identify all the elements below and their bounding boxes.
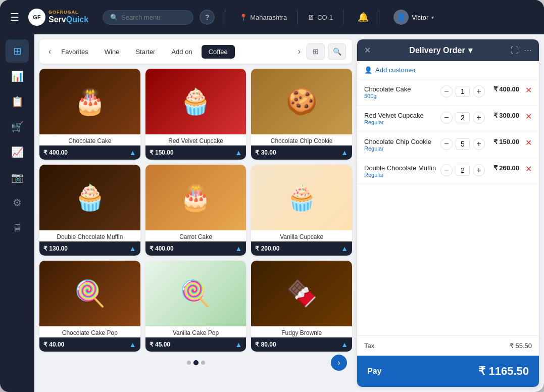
product-name-choc-pop: Chocolate Cake Pop xyxy=(39,326,140,337)
order-header-actions: ⛶ ⋯ xyxy=(511,45,532,55)
product-add-choc-pop[interactable]: ▲ xyxy=(129,340,136,349)
product-footer-vanilla-cup: ₹ 200.00 ▲ xyxy=(251,241,352,256)
search-input[interactable] xyxy=(121,14,186,21)
product-add-double-choc[interactable]: ▲ xyxy=(129,244,136,253)
product-card-carrot[interactable]: 🎂 Carrot Cake ₹ 400.00 ▲ xyxy=(145,165,246,256)
product-card-choc-pop[interactable]: 🍭 Chocolate Cake Pop ₹ 40.00 ▲ xyxy=(39,261,140,352)
sidebar-item-barcode[interactable]: 📷 xyxy=(6,166,29,189)
order-tax-row: Tax ₹ 55.50 xyxy=(357,335,539,356)
product-name-red-velvet: Red Velvet Cupcake xyxy=(145,134,246,145)
divider-2 xyxy=(297,10,298,25)
product-image-chocolate-cake: 🎂 xyxy=(39,69,140,134)
order-item-3: Chocolate Chip Cookie Regular − + ₹ 150.… xyxy=(357,132,539,158)
product-image-carrot: 🎂 xyxy=(145,165,246,230)
order-item-variant-4: Regular xyxy=(364,172,436,178)
sidebar-item-reports[interactable]: 📊 xyxy=(6,65,29,88)
product-add-carrot[interactable]: ▲ xyxy=(235,244,242,253)
category-tab-favorites[interactable]: Favorites xyxy=(54,45,95,59)
order-item-remove-1[interactable]: ✕ xyxy=(525,85,532,95)
qty-ctrl-2: − + xyxy=(440,112,485,124)
content-area: ‹ Favorites Wine Starter Add on Coffee ›… xyxy=(34,34,357,392)
product-price-vanilla-cup: ₹ 200.00 xyxy=(255,245,279,252)
qty-increase-3[interactable]: + xyxy=(473,138,485,150)
user-chevron-icon[interactable]: ▾ xyxy=(431,15,434,20)
sidebar-item-pos[interactable]: 🖥 xyxy=(6,216,29,239)
qty-decrease-3[interactable]: − xyxy=(440,138,453,150)
category-prev-button[interactable]: ‹ xyxy=(45,45,54,58)
order-expand-button[interactable]: ⛶ xyxy=(511,46,519,55)
add-customer-button[interactable]: 👤 Add customer xyxy=(357,61,539,79)
category-bar: ‹ Favorites Wine Starter Add on Coffee ›… xyxy=(39,39,352,64)
product-footer-vanilla-pop: ₹ 45.00 ▲ xyxy=(145,337,246,352)
logo-icon: GF xyxy=(28,9,45,26)
sidebar-item-home[interactable]: ⊞ xyxy=(6,39,29,63)
order-item-info-1: Chocolate Cake 500g xyxy=(364,85,436,99)
search-box[interactable]: 🔍 xyxy=(103,10,193,25)
category-tabs: Favorites Wine Starter Add on Coffee xyxy=(54,45,294,59)
product-price-choc-chip: ₹ 30.00 xyxy=(255,149,276,156)
qty-value-1[interactable] xyxy=(456,86,470,97)
bell-button[interactable]: 🔔 xyxy=(358,12,369,23)
order-item-remove-2[interactable]: ✕ xyxy=(525,112,532,121)
product-image-vanilla-pop: 🍭 xyxy=(145,261,246,326)
qty-increase-2[interactable]: + xyxy=(473,112,485,124)
product-add-vanilla-cup[interactable]: ▲ xyxy=(341,244,348,253)
order-item-info-4: Double Chocolate Muffin Regular xyxy=(364,164,436,178)
grid-view-button[interactable]: ⊞ xyxy=(307,43,325,60)
product-name-carrot: Carrot Cake xyxy=(145,230,246,241)
category-tab-addon[interactable]: Add on xyxy=(164,45,199,59)
qty-value-3[interactable] xyxy=(456,138,470,150)
product-price-carrot: ₹ 400.00 xyxy=(150,245,174,252)
logo-bottom-text: ServQuick xyxy=(48,15,88,24)
qty-decrease-1[interactable]: − xyxy=(440,85,453,97)
sidebar: ⊞ 📊 📋 🛒 📈 📷 ⚙ 🖥 xyxy=(0,34,34,392)
category-next-button[interactable]: › xyxy=(295,45,304,58)
product-add-chocolate-cake[interactable]: ▲ xyxy=(129,149,136,157)
hamburger-button[interactable]: ☰ xyxy=(7,8,22,26)
category-tab-starter[interactable]: Starter xyxy=(128,45,162,59)
qty-decrease-4[interactable]: − xyxy=(440,164,453,176)
qty-increase-4[interactable]: + xyxy=(473,164,485,176)
help-button[interactable]: ? xyxy=(200,10,215,25)
pagination-area: › xyxy=(39,352,352,375)
product-add-red-velvet[interactable]: ▲ xyxy=(235,149,242,157)
pay-button[interactable]: Pay ₹ 1165.50 xyxy=(357,356,539,387)
order-item-remove-3[interactable]: ✕ xyxy=(525,138,532,148)
order-more-button[interactable]: ⋯ xyxy=(524,45,532,55)
product-card-double-choc[interactable]: 🧁 Double Chocolate Muffin ₹ 130.00 ▲ xyxy=(39,165,140,256)
logo-text: GOFRUGAL ServQuick xyxy=(48,10,88,24)
tax-label: Tax xyxy=(364,342,374,350)
product-price-double-choc: ₹ 130.00 xyxy=(43,245,68,252)
divider-1 xyxy=(225,10,225,25)
location-pin-icon: 📍 xyxy=(239,14,248,21)
category-tab-wine[interactable]: Wine xyxy=(97,45,127,59)
product-card-red-velvet[interactable]: 🧁 Red Velvet Cupcake ₹ 150.00 ▲ xyxy=(145,69,246,160)
product-footer-double-choc: ₹ 130.00 ▲ xyxy=(39,241,140,256)
product-card-chocolate-cake[interactable]: 🎂 Chocolate Cake ₹ 400.00 ▲ xyxy=(39,69,140,160)
search-products-button[interactable]: 🔍 xyxy=(328,43,346,60)
product-add-brownie[interactable]: ▲ xyxy=(341,340,348,349)
product-card-choc-chip[interactable]: 🍪 Chocolate Chip Cookie ₹ 30.00 ▲ xyxy=(251,69,352,160)
logo-quick: Quick xyxy=(66,15,88,24)
product-card-brownie[interactable]: 🍫 Fudgy Brownie ₹ 80.00 ▲ xyxy=(251,261,352,352)
qty-decrease-2[interactable]: − xyxy=(440,112,453,124)
tax-value: ₹ 55.50 xyxy=(510,342,532,350)
sidebar-item-stats[interactable]: 📈 xyxy=(6,140,29,164)
product-add-vanilla-pop[interactable]: ▲ xyxy=(235,340,242,349)
product-add-choc-chip[interactable]: ▲ xyxy=(341,149,348,157)
order-item-remove-4[interactable]: ✕ xyxy=(525,164,532,174)
sidebar-item-settings[interactable]: ⚙ xyxy=(6,191,29,214)
counter-area: 🖥 CO-1 xyxy=(308,14,333,21)
qty-increase-1[interactable]: + xyxy=(473,85,485,97)
pagination-next-button[interactable]: › xyxy=(331,355,347,371)
category-tab-coffee[interactable]: Coffee xyxy=(202,45,235,59)
qty-value-2[interactable] xyxy=(456,112,470,123)
product-name-choc-chip: Chocolate Chip Cookie xyxy=(251,134,352,145)
order-item-4: Double Chocolate Muffin Regular − + ₹ 26… xyxy=(357,158,539,184)
product-card-vanilla-pop[interactable]: 🍭 Vanilla Cake Pop ₹ 45.00 ▲ xyxy=(145,261,246,352)
sidebar-item-inventory[interactable]: 📋 xyxy=(6,90,29,113)
order-close-button[interactable]: ✕ xyxy=(364,45,371,55)
product-card-vanilla-cup[interactable]: 🧁 Vanilla Cupcake ₹ 200.00 ▲ xyxy=(251,165,352,256)
sidebar-item-cart[interactable]: 🛒 xyxy=(6,115,29,138)
qty-value-4[interactable] xyxy=(456,165,470,176)
